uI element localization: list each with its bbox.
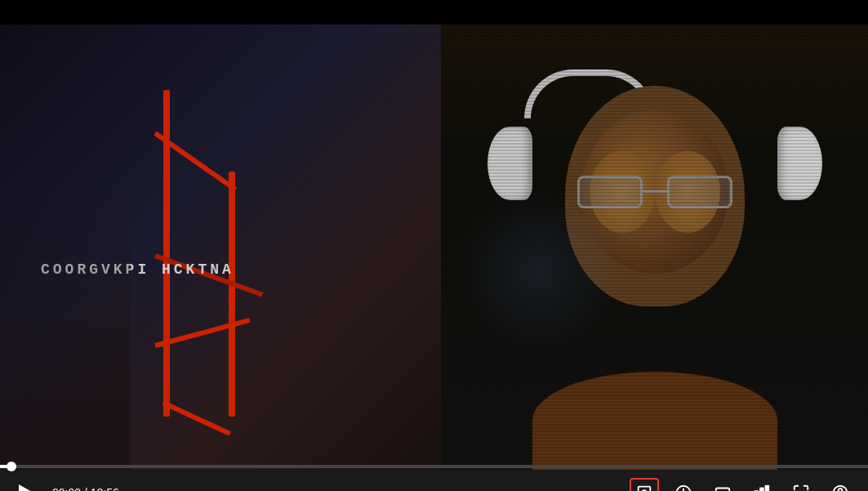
time-separator: / [84, 486, 91, 491]
help-button[interactable] [826, 478, 855, 491]
help-icon [831, 484, 849, 491]
bounding-box-icon [635, 484, 653, 491]
video-right-panel: Bounding Boxes ✓ Objects ⊽ Filter Object… [441, 25, 868, 470]
svg-rect-7 [760, 489, 763, 492]
captions-icon [714, 484, 732, 491]
expand-icon [792, 484, 810, 491]
progress-bar[interactable] [0, 465, 868, 468]
svg-rect-8 [766, 486, 769, 491]
progress-dot [7, 462, 16, 471]
controls-bar: 00:00 / 10:56 [0, 470, 868, 491]
top-bar [0, 0, 868, 25]
captions-button[interactable] [708, 478, 737, 491]
time-display: 00:00 / 10:56 [52, 486, 119, 491]
play-button[interactable] [13, 480, 39, 491]
video-left-panel: COORGVKPI HCKTNA [0, 25, 441, 470]
bars-icon [753, 484, 771, 491]
timer-button[interactable] [669, 478, 698, 491]
play-icon [19, 484, 33, 491]
analytics-button[interactable] [747, 478, 777, 491]
expand-button[interactable] [786, 478, 816, 491]
bounding-box-button[interactable] [630, 478, 659, 491]
clock-icon [674, 484, 692, 491]
time-total: 10:56 [91, 486, 119, 491]
svg-rect-3 [716, 489, 730, 492]
time-current: 00:00 [52, 486, 81, 491]
video-container: COORGVKPI HCKTNA [0, 25, 868, 470]
